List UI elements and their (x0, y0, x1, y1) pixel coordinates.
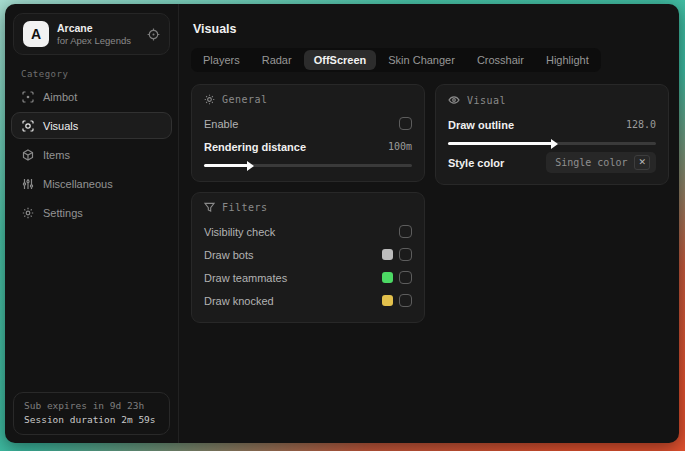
enable-label: Enable (204, 118, 238, 130)
sidebar: A Arcane for Apex Legends Category (5, 4, 179, 443)
draw-bots-color-swatch[interactable] (382, 249, 393, 260)
sidebar-item-miscellaneous[interactable]: Miscellaneous (11, 170, 172, 197)
app-logo: A (23, 21, 49, 47)
sliders-icon (22, 178, 34, 190)
sidebar-item-items[interactable]: Items (11, 141, 172, 168)
visuals-tabstrip: Players Radar OffScreen Skin Changer Cro… (191, 48, 601, 72)
visuals-icon (22, 120, 34, 132)
draw-knocked-color-swatch[interactable] (382, 295, 393, 306)
brand-card: A Arcane for Apex Legends (13, 13, 170, 55)
slider-thumb[interactable] (247, 161, 254, 171)
category-label: Category (21, 69, 178, 79)
draw-teammates-label: Draw teammates (204, 272, 287, 284)
gear-icon (22, 207, 34, 219)
style-color-select[interactable]: Single color ✕ (546, 152, 656, 173)
rendering-distance-value: 100m (388, 141, 412, 152)
tab-skin-changer[interactable]: Skin Changer (378, 50, 465, 70)
draw-outline-label: Draw outline (448, 119, 514, 131)
subscription-info: Sub expires in 9d 23h Session duration 2… (13, 392, 170, 435)
sidebar-item-label: Visuals (43, 120, 78, 132)
funnel-icon (204, 202, 215, 213)
clear-style-color-button[interactable]: ✕ (634, 155, 650, 170)
app-name: Arcane (57, 22, 139, 35)
brand-text: Arcane for Apex Legends (57, 22, 139, 47)
filters-panel: Filters Visibility check Draw bots (191, 192, 425, 323)
sidebar-item-aimbot[interactable]: Aimbot (11, 83, 172, 110)
tab-highlight[interactable]: Highlight (536, 50, 599, 70)
sidebar-item-label: Items (43, 149, 70, 161)
draw-outline-value: 128.0 (626, 119, 656, 130)
rendering-distance-label: Rendering distance (204, 141, 306, 153)
draw-bots-label: Draw bots (204, 249, 254, 261)
slider-thumb[interactable] (551, 139, 558, 149)
draw-bots-checkbox[interactable] (399, 248, 412, 261)
filters-panel-title: Filters (222, 202, 268, 213)
rendering-distance-slider[interactable] (204, 164, 412, 167)
sidebar-nav: Aimbot Visuals Items (5, 83, 178, 226)
enable-checkbox[interactable] (399, 117, 412, 130)
sidebar-item-visuals[interactable]: Visuals (11, 112, 172, 139)
sub-expires-text: Sub expires in 9d 23h (24, 399, 159, 414)
main-content: Visuals Players Radar OffScreen Skin Cha… (179, 4, 679, 443)
eye-icon (448, 94, 460, 106)
style-color-value: Single color (555, 157, 627, 168)
sidebar-item-label: Aimbot (43, 91, 77, 103)
cube-icon (22, 149, 34, 161)
draw-outline-slider[interactable] (448, 142, 656, 145)
visibility-check-checkbox[interactable] (399, 225, 412, 238)
page-title: Visuals (193, 22, 669, 36)
draw-teammates-color-swatch[interactable] (382, 272, 393, 283)
aimbot-icon (22, 91, 34, 103)
visibility-check-label: Visibility check (204, 226, 275, 238)
sidebar-item-label: Settings (43, 207, 83, 219)
visual-panel-title: Visual (467, 95, 506, 106)
sidebar-item-label: Miscellaneous (43, 178, 113, 190)
draw-knocked-label: Draw knocked (204, 295, 274, 307)
crosshair-icon[interactable] (147, 28, 160, 41)
visual-panel: Visual Draw outline 128.0 Style color (435, 84, 669, 185)
sun-icon (204, 94, 215, 105)
general-panel: General Enable Rendering distance 100m (191, 84, 425, 182)
draw-knocked-checkbox[interactable] (399, 294, 412, 307)
draw-teammates-checkbox[interactable] (399, 271, 412, 284)
tab-radar[interactable]: Radar (252, 50, 302, 70)
app-subtitle: for Apex Legends (57, 35, 139, 47)
style-color-label: Style color (448, 157, 504, 169)
app-window: A Arcane for Apex Legends Category (5, 4, 679, 443)
sidebar-item-settings[interactable]: Settings (11, 199, 172, 226)
tab-crosshair[interactable]: Crosshair (467, 50, 534, 70)
tab-players[interactable]: Players (193, 50, 250, 70)
general-panel-title: General (222, 94, 268, 105)
tab-offscreen[interactable]: OffScreen (304, 50, 377, 70)
session-duration-text: Session duration 2m 59s (24, 413, 159, 428)
